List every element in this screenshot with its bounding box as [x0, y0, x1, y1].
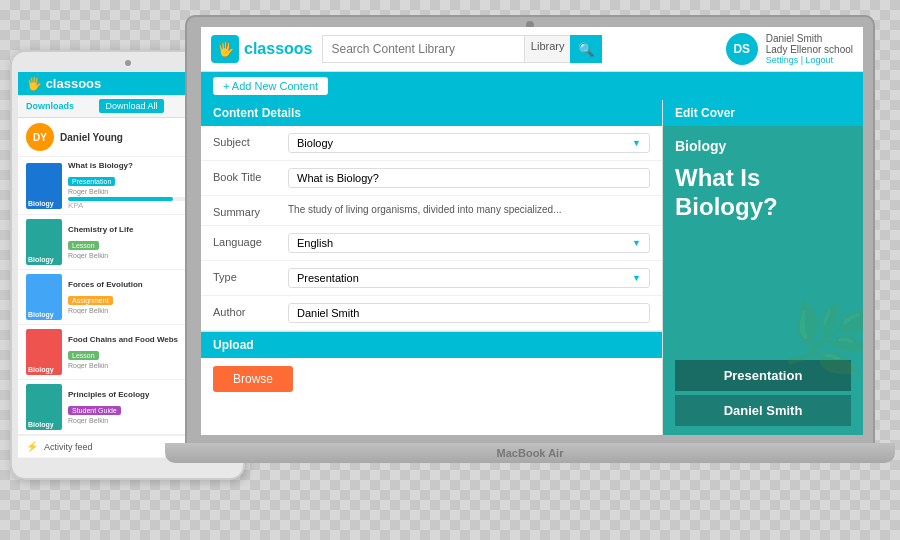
user-links[interactable]: Settings | Logout [766, 55, 853, 65]
search-button[interactable]: 🔍 [570, 35, 602, 63]
author-row: Author [201, 296, 662, 331]
book-title: Principles of Ecology [68, 390, 182, 399]
laptop-device: 🖐 classoos Library 🔍 DS Daniel Smith Lad… [185, 15, 875, 505]
book-thumbnail: Biology [26, 274, 62, 320]
book-info: Principles of EcologyStudent GuideRoger … [68, 390, 182, 424]
subject-select[interactable]: Biology ▼ [288, 133, 650, 153]
book-info: Forces of EvolutionAssignmentRoger Belki… [68, 280, 182, 314]
tablet-username: Daniel Young [60, 132, 123, 143]
book-author: Roger Belkin [68, 252, 182, 259]
user-school: Lady Ellenor school [766, 44, 853, 55]
search-bar[interactable]: Library 🔍 [322, 35, 602, 63]
laptop-main: Content Details Subject Biology ▼ Book T… [201, 100, 863, 435]
book-thumbnail: Biology [26, 219, 62, 265]
book-title: Forces of Evolution [68, 280, 182, 289]
author-label: Author [213, 303, 278, 318]
book-type-badge: Student Guide [68, 406, 121, 415]
user-avatar: DS [726, 33, 758, 65]
nav-icon: ⚡ [26, 441, 38, 452]
book-info: Chemistry of LifeLessonRoger Belkin [68, 225, 182, 259]
search-dropdown[interactable]: Library [524, 35, 571, 63]
user-details: Daniel Smith Lady Ellenor school Setting… [766, 33, 853, 65]
laptop-header: 🖐 classoos Library 🔍 DS Daniel Smith Lad… [201, 27, 863, 72]
user-info: DS Daniel Smith Lady Ellenor school Sett… [726, 33, 853, 65]
edit-cover-header: Edit Cover [663, 100, 863, 126]
chevron-down-icon: ▼ [632, 238, 641, 248]
book-type-badge: Lesson [68, 351, 99, 360]
book-author: Roger Belkin [68, 417, 182, 424]
book-title: Food Chains and Food Webs [68, 335, 182, 344]
type-row: Type Presentation ▼ [201, 261, 662, 296]
edit-cover-panel: Edit Cover Biology What IsBiology? 🌿 Pre… [663, 100, 863, 435]
cover-content: Biology What IsBiology? 🌿 Presentation D… [663, 126, 863, 435]
book-thumbnail: Biology [26, 384, 62, 430]
laptop-model-label: MacBook Air [497, 447, 564, 459]
tablet-camera [125, 60, 131, 66]
type-label: Type [213, 268, 278, 283]
subject-row: Subject Biology ▼ [201, 126, 662, 161]
classoos-logo: 🖐 classoos [211, 35, 312, 63]
tablet-hand-icon: 🖐 [26, 76, 42, 91]
book-title: Chemistry of Life [68, 225, 182, 234]
sub-header: + Add New Content [201, 72, 863, 100]
cover-author: Daniel Smith [675, 395, 851, 426]
summary-label: Summary [213, 203, 278, 218]
upload-section: Upload Browse [201, 331, 662, 400]
upload-header: Upload [201, 332, 662, 358]
laptop-screen: 🖐 classoos Library 🔍 DS Daniel Smith Lad… [201, 27, 863, 435]
book-title-input[interactable] [288, 168, 650, 188]
cover-subject: Biology [675, 138, 851, 154]
summary-row: Summary The study of living organisms, d… [201, 196, 662, 226]
author-input[interactable] [288, 303, 650, 323]
language-select[interactable]: English ▼ [288, 233, 650, 253]
subject-label: Subject [213, 133, 278, 148]
book-title-row: Book Title [201, 161, 662, 196]
tablet-avatar: DY [26, 123, 54, 151]
chevron-down-icon: ▼ [632, 273, 641, 283]
search-input[interactable] [322, 35, 523, 63]
tablet-logo: 🖐 classoos [26, 76, 101, 91]
cover-title: What IsBiology? [675, 164, 851, 222]
user-name: Daniel Smith [766, 33, 853, 44]
book-thumbnail: Biology [26, 329, 62, 375]
cover-wrapper: Biology What IsBiology? 🌿 Presentation D… [663, 126, 863, 435]
book-type-badge: Assignment [68, 296, 113, 305]
book-thumbnail: Biology [26, 163, 62, 209]
add-content-button[interactable]: + Add New Content [213, 77, 328, 95]
chevron-down-icon: ▼ [632, 138, 641, 148]
language-row: Language English ▼ [201, 226, 662, 261]
content-details-panel: Content Details Subject Biology ▼ Book T… [201, 100, 663, 435]
book-title-label: Book Title [213, 168, 278, 183]
download-all-button[interactable]: Download All [99, 99, 163, 113]
content-details-header: Content Details [201, 100, 662, 126]
type-select[interactable]: Presentation ▼ [288, 268, 650, 288]
logo-icon: 🖐 [211, 35, 239, 63]
nav-label: Activity feed [44, 442, 93, 452]
summary-text: The study of living organisms, divided i… [288, 203, 650, 217]
book-type-badge: Lesson [68, 241, 99, 250]
laptop-bezel: 🖐 classoos Library 🔍 DS Daniel Smith Lad… [185, 15, 875, 445]
browse-button[interactable]: Browse [213, 366, 293, 392]
book-info: Food Chains and Food WebsLessonRoger Bel… [68, 335, 182, 369]
language-label: Language [213, 233, 278, 248]
book-author: Roger Belkin [68, 362, 182, 369]
book-type-badge: Presentation [68, 177, 115, 186]
book-author: Roger Belkin [68, 307, 182, 314]
